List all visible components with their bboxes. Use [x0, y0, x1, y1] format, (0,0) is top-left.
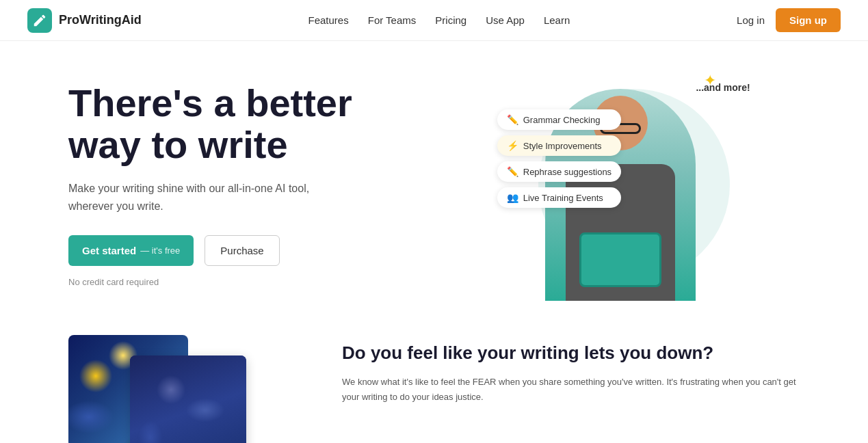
feature-tag-training: 👥 Live Training Events — [497, 187, 621, 208]
feature-tag-rephrase: ✏️ Rephrase suggestions — [497, 161, 621, 182]
nav-item-for-teams[interactable]: For Teams — [368, 14, 417, 27]
nav-item-learn[interactable]: Learn — [544, 14, 570, 27]
signup-button[interactable]: Sign up — [776, 8, 841, 32]
logo[interactable]: ProWritingAid — [27, 8, 142, 33]
rephrase-icon: ✏️ — [507, 166, 518, 177]
lower-text: We know what it's like to feel the FEAR … — [342, 375, 813, 405]
laptop — [579, 232, 661, 287]
nav-item-use-app[interactable]: Use App — [486, 14, 525, 27]
style-icon: ⚡ — [507, 140, 518, 151]
hero-subtext: Make your writing shine with our all-in-… — [68, 180, 328, 215]
nav-item-features[interactable]: Features — [308, 14, 349, 27]
grammar-icon: ✏️ — [507, 114, 518, 125]
nav-links: Features For Teams Pricing Use App Learn — [308, 14, 570, 27]
star-icon: ✦ — [704, 72, 716, 90]
hero-left: There's a better way to write Make your … — [68, 82, 441, 287]
painting-front-inner — [130, 355, 246, 443]
painting-foreground — [130, 355, 246, 443]
training-icon: 👥 — [507, 192, 518, 203]
logo-icon — [27, 8, 52, 33]
hero-section: There's a better way to write Make your … — [0, 41, 868, 321]
get-started-button[interactable]: Get started — it's free — [68, 235, 194, 266]
logo-text: ProWritingAid — [59, 13, 142, 27]
hero-headline: There's a better way to write — [68, 82, 441, 166]
hero-illustration: ✏️ Grammar Checking ⚡ Style Improvements… — [497, 68, 757, 301]
login-link[interactable]: Log in — [737, 14, 765, 26]
lower-left: My idea in my head — [68, 335, 301, 443]
purchase-button[interactable]: Purchase — [205, 235, 279, 266]
lower-section: My idea in my head Do you feel like your… — [0, 321, 868, 443]
lower-headline: Do you feel like your writing lets you d… — [342, 342, 813, 365]
navbar: ProWritingAid Features For Teams Pricing… — [0, 0, 868, 41]
hero-buttons: Get started — it's free Purchase — [68, 235, 441, 266]
hero-note: No credit card required — [68, 277, 441, 287]
feature-tag-grammar: ✏️ Grammar Checking — [497, 109, 621, 130]
nav-actions: Log in Sign up — [737, 8, 841, 32]
nav-item-pricing[interactable]: Pricing — [435, 14, 466, 27]
feature-tags: ✏️ Grammar Checking ⚡ Style Improvements… — [497, 109, 621, 208]
feature-tag-style: ⚡ Style Improvements — [497, 135, 621, 156]
lower-right: Do you feel like your writing lets you d… — [342, 335, 813, 405]
hero-right: ✏️ Grammar Checking ⚡ Style Improvements… — [441, 62, 814, 308]
